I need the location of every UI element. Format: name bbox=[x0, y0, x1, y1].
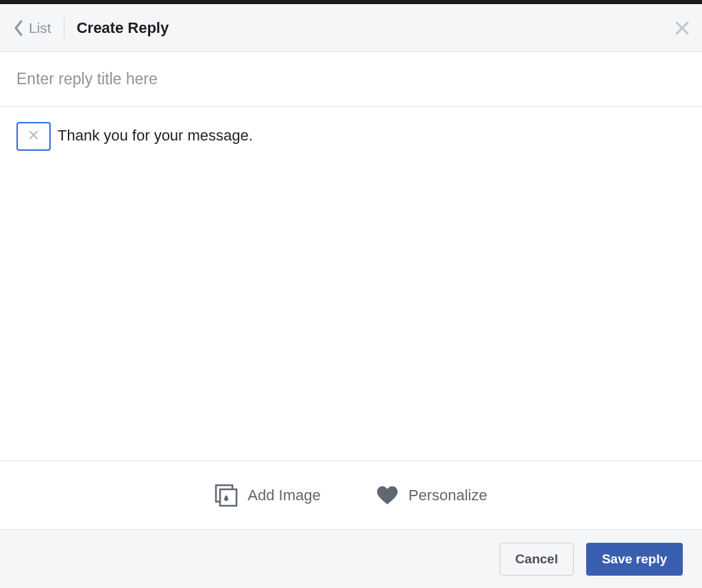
cancel-button[interactable]: Cancel bbox=[500, 543, 574, 576]
editor-toolbar: Add Image Personalize bbox=[0, 461, 702, 529]
close-button[interactable] bbox=[675, 21, 690, 36]
dialog-title: Create Reply bbox=[77, 19, 169, 37]
dialog-footer: Cancel Save reply bbox=[0, 529, 702, 588]
reply-title-row bbox=[0, 52, 702, 107]
save-reply-button[interactable]: Save reply bbox=[586, 543, 683, 576]
image-icon bbox=[215, 484, 238, 507]
dialog-header: List Create Reply bbox=[0, 4, 702, 52]
reply-body-editor[interactable]: Thank you for your message. bbox=[0, 107, 702, 461]
create-reply-dialog: List Create Reply Thank you for your mes… bbox=[0, 0, 702, 588]
add-image-label: Add Image bbox=[247, 487, 320, 504]
back-label: List bbox=[29, 20, 51, 36]
reply-body-text: Thank you for your message. bbox=[58, 122, 253, 146]
heart-icon bbox=[376, 484, 399, 507]
svg-rect-5 bbox=[220, 489, 237, 506]
attached-image-chip[interactable] bbox=[16, 122, 51, 151]
close-icon bbox=[675, 21, 690, 36]
header-divider bbox=[64, 17, 64, 39]
remove-image-icon bbox=[29, 130, 38, 143]
chevron-left-icon bbox=[14, 20, 23, 36]
add-image-button[interactable]: Add Image bbox=[215, 484, 320, 507]
reply-title-input[interactable] bbox=[0, 52, 702, 106]
personalize-label: Personalize bbox=[409, 487, 487, 504]
svg-point-6 bbox=[224, 497, 228, 501]
back-to-list-button[interactable]: List bbox=[14, 20, 64, 36]
personalize-button[interactable]: Personalize bbox=[376, 484, 487, 507]
